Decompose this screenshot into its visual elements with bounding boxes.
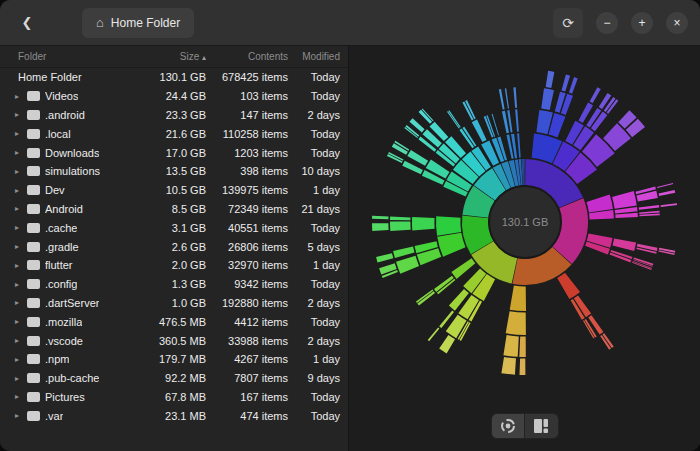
chart-segment[interactable] bbox=[447, 111, 460, 128]
maximize-button[interactable]: + bbox=[631, 12, 653, 34]
table-row[interactable]: ▸.gradle2.6 GB26806 items5 days bbox=[0, 237, 348, 256]
folder-cell: Home Folder bbox=[0, 71, 144, 83]
chart-segment[interactable] bbox=[501, 357, 516, 375]
chart-segment[interactable] bbox=[557, 273, 580, 299]
chart-segment[interactable] bbox=[390, 222, 411, 231]
table-row[interactable]: ▸.local21.6 GB110258 itemsToday bbox=[0, 124, 348, 143]
expander-icon[interactable]: ▸ bbox=[12, 110, 22, 119]
chart-segment[interactable] bbox=[612, 191, 637, 209]
expander-icon[interactable]: ▸ bbox=[12, 167, 22, 176]
rings-view-button[interactable] bbox=[491, 413, 525, 439]
table-row[interactable]: Home Folder130.1 GB678425 itemsToday bbox=[0, 68, 348, 87]
chart-segment[interactable] bbox=[541, 88, 554, 110]
expander-icon[interactable]: ▸ bbox=[12, 186, 22, 195]
chart-segment[interactable] bbox=[517, 133, 521, 158]
refresh-button[interactable]: ⟳ bbox=[553, 8, 583, 38]
chart-segment[interactable] bbox=[407, 150, 428, 166]
table-row[interactable]: ▸Android8.5 GB72349 items21 days bbox=[0, 200, 348, 219]
expander-icon[interactable]: ▸ bbox=[12, 242, 22, 251]
table-row[interactable]: ▸.cache3.1 GB40551 itemsToday bbox=[0, 218, 348, 237]
chart-segment[interactable] bbox=[661, 203, 678, 207]
chart-segment[interactable] bbox=[520, 359, 526, 376]
expander-icon[interactable]: ▸ bbox=[12, 392, 22, 401]
column-contents[interactable]: Contents bbox=[210, 51, 292, 62]
table-row[interactable]: ▸.mozilla476.5 MB4412 itemsToday bbox=[0, 312, 348, 331]
chart-segment[interactable] bbox=[372, 223, 389, 231]
chart-segment[interactable] bbox=[590, 87, 601, 103]
chart-segment[interactable] bbox=[505, 88, 509, 108]
expander-icon[interactable]: ▸ bbox=[12, 411, 22, 420]
location-label: Home Folder bbox=[111, 16, 180, 30]
chart-segment[interactable] bbox=[376, 253, 393, 262]
chart-segment[interactable] bbox=[519, 337, 526, 358]
chart-segment[interactable] bbox=[587, 195, 614, 213]
chart-segment[interactable] bbox=[437, 233, 465, 257]
modified-cell: 2 days bbox=[292, 297, 348, 309]
chart-segment[interactable] bbox=[569, 77, 578, 94]
table-row[interactable]: ▸.pub-cache92.2 MB7807 items9 days bbox=[0, 369, 348, 388]
chart-segment[interactable] bbox=[615, 213, 638, 218]
expander-icon[interactable]: ▸ bbox=[12, 261, 22, 270]
chart-segment[interactable] bbox=[506, 311, 526, 335]
treemap-view-button[interactable] bbox=[525, 413, 559, 439]
expander-icon[interactable]: ▸ bbox=[12, 317, 22, 326]
table-row[interactable]: ▸flutter2.0 GB32970 items1 day bbox=[0, 256, 348, 275]
location-button[interactable]: ⌂ Home Folder bbox=[82, 8, 194, 38]
expander-icon[interactable]: ▸ bbox=[12, 92, 22, 101]
chart-segment[interactable] bbox=[436, 216, 461, 236]
chart-segment[interactable] bbox=[396, 256, 419, 274]
expander-icon[interactable]: ▸ bbox=[12, 355, 22, 364]
table-row[interactable]: ▸.config1.3 GB9342 itemsToday bbox=[0, 275, 348, 294]
chart-segment[interactable] bbox=[472, 120, 487, 143]
chart-segment[interactable] bbox=[390, 217, 411, 221]
expander-icon[interactable]: ▸ bbox=[12, 298, 22, 307]
chart-segment[interactable] bbox=[503, 335, 518, 357]
chart-segment[interactable] bbox=[657, 183, 673, 188]
sunburst-chart[interactable]: 130.1 GB bbox=[349, 46, 700, 451]
table-row[interactable]: ▸.dartServer1.0 GB192880 items2 days bbox=[0, 294, 348, 313]
chart-segment[interactable] bbox=[372, 216, 389, 219]
table-row[interactable]: ▸.var23.1 MB474 itemsToday bbox=[0, 406, 348, 425]
column-size[interactable]: Size ▴ bbox=[144, 51, 210, 62]
chart-segment[interactable] bbox=[659, 190, 676, 196]
expander-icon[interactable]: ▸ bbox=[12, 129, 22, 138]
chart-segment[interactable] bbox=[546, 71, 555, 88]
expander-icon[interactable]: ▸ bbox=[12, 204, 22, 213]
expander-icon[interactable]: ▸ bbox=[12, 148, 22, 157]
expander-icon[interactable]: ▸ bbox=[12, 223, 22, 232]
table-row[interactable]: ▸.vscode360.5 MB33988 items2 days bbox=[0, 331, 348, 350]
table-row[interactable]: ▸Pictures67.8 MB167 itemsToday bbox=[0, 388, 348, 407]
column-modified[interactable]: Modified bbox=[292, 51, 348, 62]
close-button[interactable]: × bbox=[666, 12, 688, 34]
chart-segment[interactable] bbox=[639, 211, 660, 214]
table-row[interactable]: ▸Dev10.5 GB139975 items1 day bbox=[0, 181, 348, 200]
chart-segment[interactable] bbox=[613, 239, 637, 252]
table-row[interactable]: ▸Downloads17.0 GB1203 itemsToday bbox=[0, 143, 348, 162]
expander-icon[interactable]: ▸ bbox=[12, 336, 22, 345]
chart-segment[interactable] bbox=[562, 75, 571, 92]
table-row[interactable]: ▸simulations13.5 GB398 items10 days bbox=[0, 162, 348, 181]
table-row[interactable]: ▸Videos24.4 GB103 itemsToday bbox=[0, 87, 348, 106]
column-folder[interactable]: Folder bbox=[0, 51, 144, 62]
chart-segment[interactable] bbox=[412, 217, 435, 230]
chart-segment[interactable] bbox=[510, 286, 526, 311]
chart-segment[interactable] bbox=[417, 291, 435, 305]
expander-icon[interactable]: ▸ bbox=[12, 280, 22, 289]
chart-segment[interactable] bbox=[439, 335, 455, 353]
chart-segment[interactable] bbox=[451, 258, 475, 279]
chart-segment[interactable] bbox=[513, 87, 517, 108]
chart-segment[interactable] bbox=[393, 247, 414, 258]
chart-segment[interactable] bbox=[515, 109, 519, 131]
chart-segment[interactable] bbox=[448, 110, 460, 127]
chart-segment[interactable] bbox=[499, 89, 505, 110]
chart-segment[interactable] bbox=[639, 205, 660, 210]
table-row[interactable]: ▸.android23.3 GB147 items2 days bbox=[0, 106, 348, 125]
table-row[interactable]: ▸blogs22.9 MB47 itemsToday bbox=[0, 425, 348, 429]
table-row[interactable]: ▸.npm179.7 MB4267 items1 day bbox=[0, 350, 348, 369]
back-button[interactable]: ❮ bbox=[12, 8, 42, 38]
expander-icon[interactable]: ▸ bbox=[12, 374, 22, 383]
minimize-button[interactable]: − bbox=[596, 12, 618, 34]
chart-segment[interactable] bbox=[428, 327, 440, 341]
chart-segment[interactable] bbox=[639, 213, 659, 216]
chart-segment[interactable] bbox=[404, 127, 418, 138]
